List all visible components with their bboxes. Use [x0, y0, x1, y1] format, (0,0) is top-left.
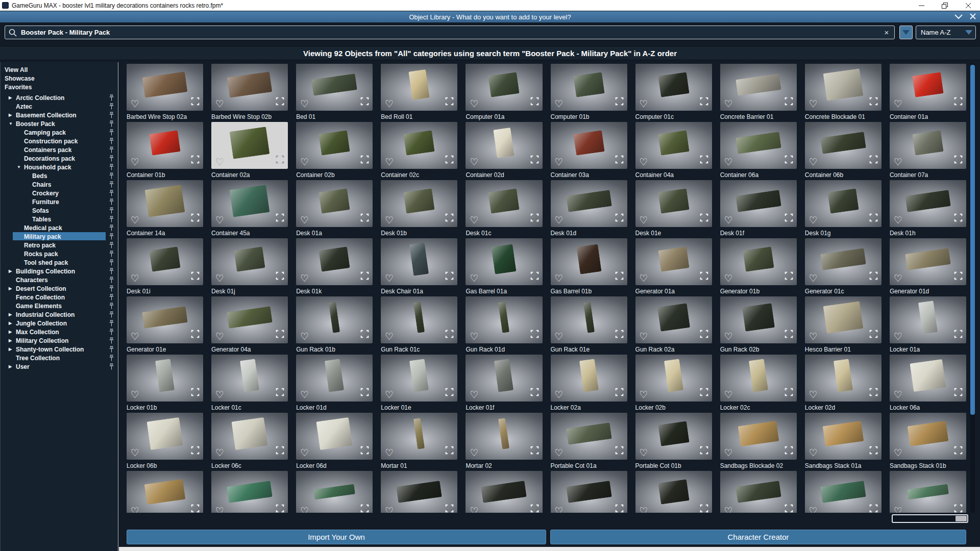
object-thumbnail[interactable]: ♡: [805, 122, 881, 169]
object-tile-generator-01d[interactable]: ♡Generator 01d: [890, 238, 966, 296]
preview-frame-icon[interactable]: [869, 330, 878, 340]
object-tile-gun-rack-02b[interactable]: ♡Gun Rack 02b: [720, 296, 797, 355]
preview-frame-icon[interactable]: [615, 97, 624, 108]
sidebar-item-camping-pack[interactable]: Camping pack: [1, 128, 118, 137]
preview-frame-icon[interactable]: [615, 155, 624, 166]
object-tile-concrete-blockade-01[interactable]: ♡Concrete Blockade 01: [805, 64, 881, 122]
object-tile-desk-chair-01a[interactable]: ♡Desk Chair 01a: [381, 238, 457, 296]
sidebar-item-basement-collection[interactable]: ▶Basement Collection: [1, 111, 118, 119]
object-thumbnail[interactable]: ♡: [635, 413, 712, 460]
pin-icon[interactable]: [109, 303, 114, 311]
object-thumbnail[interactable]: ♡: [720, 413, 797, 460]
collapsed-arrow-icon[interactable]: ▶: [9, 113, 12, 117]
favorite-heart-icon[interactable]: ♡: [640, 215, 648, 225]
object-tile-computer-01c[interactable]: ♡Computer 01c: [635, 64, 712, 122]
pin-icon[interactable]: [109, 190, 114, 198]
object-tile-gun-rack-02a[interactable]: ♡Gun Rack 02a: [635, 296, 712, 355]
collapsed-arrow-icon[interactable]: ▶: [9, 330, 12, 334]
object-tile-gas-barrel-01b[interactable]: ♡Gas Barrel 01b: [551, 238, 627, 296]
preview-frame-icon[interactable]: [869, 388, 878, 398]
preview-frame-icon[interactable]: [360, 330, 369, 340]
preview-frame-icon[interactable]: [191, 330, 200, 340]
pin-icon[interactable]: [109, 329, 114, 337]
preview-frame-icon[interactable]: [445, 504, 454, 513]
pin-icon[interactable]: [109, 268, 114, 276]
favorite-heart-icon[interactable]: ♡: [385, 157, 394, 167]
preview-frame-icon[interactable]: [276, 446, 284, 457]
favorite-heart-icon[interactable]: ♡: [300, 448, 309, 458]
preview-frame-icon[interactable]: [191, 271, 200, 282]
object-thumbnail[interactable]: ♡: [551, 296, 627, 343]
favorite-heart-icon[interactable]: ♡: [640, 448, 648, 458]
object-thumbnail[interactable]: ♡: [720, 64, 797, 111]
object-tile-locker-06d[interactable]: ♡Locker 06d: [296, 413, 373, 471]
preview-frame-icon[interactable]: [191, 504, 200, 513]
preview-frame-icon[interactable]: [445, 155, 454, 166]
object-tile-container-02a[interactable]: ♡Container 02a: [211, 122, 288, 180]
preview-frame-icon[interactable]: [530, 330, 539, 340]
object-tile-desk-01b[interactable]: ♡Desk 01b: [381, 180, 457, 238]
preview-frame-icon[interactable]: [530, 446, 539, 457]
object-tile[interactable]: ♡: [720, 471, 797, 513]
object-thumbnail[interactable]: ♡: [296, 180, 373, 227]
object-tile-generator-04a[interactable]: ♡Generator 04a: [211, 296, 288, 355]
object-tile-computer-01a[interactable]: ♡Computer 01a: [465, 64, 542, 122]
preview-frame-icon[interactable]: [700, 388, 708, 398]
object-tile-sandbags-stack-01b[interactable]: ♡Sandbags Stack 01b: [890, 413, 966, 471]
object-thumbnail[interactable]: ♡: [890, 355, 966, 402]
object-tile-gun-rack-01b[interactable]: ♡Gun Rack 01b: [296, 296, 373, 355]
preview-frame-icon[interactable]: [360, 388, 369, 398]
preview-frame-icon[interactable]: [445, 330, 454, 340]
pin-icon[interactable]: [109, 311, 114, 319]
favorite-heart-icon[interactable]: ♡: [131, 390, 139, 399]
preview-frame-icon[interactable]: [445, 271, 454, 282]
object-tile[interactable]: ♡: [296, 471, 373, 513]
favorite-heart-icon[interactable]: ♡: [300, 332, 309, 341]
object-tile[interactable]: ♡: [890, 471, 966, 513]
collapsed-arrow-icon[interactable]: ▶: [9, 364, 12, 369]
collapsed-arrow-icon[interactable]: ▶: [9, 95, 12, 100]
preview-frame-icon[interactable]: [785, 446, 793, 457]
object-thumbnail[interactable]: ♡: [127, 180, 203, 227]
favorite-heart-icon[interactable]: ♡: [385, 99, 394, 109]
preview-frame-icon[interactable]: [954, 330, 963, 340]
object-thumbnail[interactable]: ♡: [720, 238, 797, 285]
object-thumbnail[interactable]: ♡: [805, 64, 881, 111]
favorite-heart-icon[interactable]: ♡: [555, 332, 564, 341]
object-tile-desk-01c[interactable]: ♡Desk 01c: [465, 180, 542, 238]
sidebar-item-booster-pack[interactable]: ▼Booster Pack: [1, 119, 118, 128]
object-thumbnail[interactable]: ♡: [211, 296, 288, 343]
object-tile-container-02c[interactable]: ♡Container 02c: [381, 122, 457, 180]
object-tile-gas-barrel-01a[interactable]: ♡Gas Barrel 01a: [465, 238, 542, 296]
object-thumbnail[interactable]: ♡: [296, 64, 373, 111]
sidebar-item-retro-pack[interactable]: Retro pack: [1, 241, 118, 249]
character-creator-button[interactable]: Character Creator: [550, 530, 966, 544]
sidebar-item-medical-pack[interactable]: Medical pack: [1, 223, 118, 232]
sidebar-item-decorations-pack[interactable]: Decorations pack: [1, 154, 118, 163]
preview-frame-icon[interactable]: [360, 271, 369, 282]
sidebar-item-beds[interactable]: Beds: [1, 171, 118, 180]
collapsed-arrow-icon[interactable]: ▶: [9, 338, 12, 343]
object-tile-container-06b[interactable]: ♡Container 06b: [805, 122, 881, 180]
preview-frame-icon[interactable]: [785, 330, 793, 340]
collapsed-arrow-icon[interactable]: ▶: [9, 312, 12, 317]
sidebar-item-buildings-collection[interactable]: ▶Buildings Collection: [1, 267, 118, 276]
favorite-heart-icon[interactable]: ♡: [215, 215, 224, 225]
object-thumbnail[interactable]: ♡: [890, 122, 966, 169]
preview-frame-icon[interactable]: [276, 271, 284, 282]
object-thumbnail[interactable]: ♡: [551, 238, 627, 285]
object-thumbnail[interactable]: ♡: [890, 471, 966, 513]
favorite-heart-icon[interactable]: ♡: [470, 506, 478, 513]
preview-frame-icon[interactable]: [530, 155, 539, 166]
sidebar-item-view-all[interactable]: View All: [1, 65, 118, 74]
object-thumbnail[interactable]: ♡: [381, 471, 457, 513]
object-tile[interactable]: ♡: [381, 471, 457, 513]
pin-icon[interactable]: [109, 155, 114, 163]
favorite-heart-icon[interactable]: ♡: [300, 506, 309, 513]
slider-thumb[interactable]: [955, 516, 967, 521]
object-thumbnail[interactable]: ♡: [551, 413, 627, 460]
preview-frame-icon[interactable]: [276, 330, 284, 340]
object-thumbnail[interactable]: ♡: [381, 180, 457, 227]
object-tile-container-07a[interactable]: ♡Container 07a: [890, 122, 966, 180]
object-thumbnail[interactable]: ♡: [296, 355, 373, 402]
